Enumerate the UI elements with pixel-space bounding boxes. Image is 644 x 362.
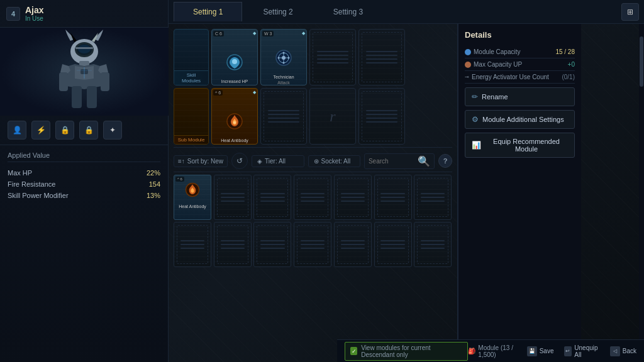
char-header: 4 Ajax In Use [0, 0, 168, 28]
bottom-bar: ✓ View modules for current Descendant on… [337, 339, 644, 362]
stat-value-maxhp: 22% [147, 169, 160, 177]
avail-empty-10[interactable] [294, 222, 331, 267]
char-level: 4 [6, 7, 20, 21]
unequip-all-button[interactable]: ↩ Unequip All [564, 344, 600, 358]
details-title: Details [465, 30, 575, 40]
module-name-heat: Heat Antibody [219, 137, 250, 144]
bottom-left: ✓ View modules for current Descendant on… [345, 342, 468, 361]
module-additional-settings-button[interactable]: ⚙ Module Additional Settings [465, 110, 575, 129]
svg-rect-10 [87, 86, 97, 108]
avail-empty-13[interactable] [414, 222, 452, 267]
action-icons: 👤 ⚡ 🔒 🔒 ✦ [0, 116, 168, 145]
avail-empty-7[interactable] [174, 222, 211, 267]
equip-recommended-button[interactable]: 📊 Equip Recommended Module [465, 133, 575, 158]
detail-row-maxcap: Max Capacity UP +0 [465, 58, 575, 71]
avail-empty-5[interactable] [374, 175, 412, 220]
avail-module-heat[interactable]: ^ 6 Heat Antibody [174, 175, 211, 220]
view-descendants-checkbox[interactable]: ✓ View modules for current Descendant on… [345, 342, 468, 361]
ability-icon[interactable]: ⚡ [31, 121, 50, 140]
module-area: Skill Modules C 6 ◆ [169, 24, 644, 362]
module-slot-technician[interactable]: W 3 ◆ [260, 29, 307, 85]
settings-gear-icon: ⚙ [472, 115, 479, 124]
svg-point-21 [283, 62, 285, 64]
settings-tabs: Setting 1 Setting 2 Setting 3 ⊞ [169, 0, 644, 24]
back-button[interactable]: ◁ Back [610, 346, 636, 356]
tab-grid-btn[interactable]: ⊞ [621, 3, 639, 21]
avail-empty-12[interactable] [374, 222, 412, 267]
avail-empty-1[interactable] [214, 175, 252, 220]
module-slot-empty-1[interactable] [309, 29, 356, 85]
avail-empty-9[interactable] [253, 222, 291, 267]
module-icon-hp [225, 47, 245, 78]
avail-empty-11[interactable] [334, 222, 372, 267]
special-icon[interactable]: ✦ [103, 121, 122, 140]
svg-rect-5 [79, 61, 89, 66]
tier-filter[interactable]: ◈ Tier: All [252, 155, 304, 167]
svg-rect-9 [72, 86, 82, 108]
capacity-badge-hp: ◆ [253, 31, 256, 36]
socket-icon: ⊛ [314, 158, 319, 165]
module-bag-icon: 🎒 [468, 348, 475, 354]
avail-empty-8[interactable] [214, 222, 252, 267]
char-portrait [0, 28, 169, 116]
char-name: Ajax [25, 5, 44, 15]
module-slot-empty-3[interactable] [260, 88, 307, 145]
avail-empty-2[interactable] [253, 175, 291, 220]
bottom-right: 🎒 Module (13 / 1,500) 💾 Save ↩ Unequip A… [468, 344, 636, 358]
save-icon: 💾 [527, 346, 537, 356]
svg-point-13 [227, 55, 242, 70]
stat-name-skill: Skill Power Modifier [8, 192, 69, 199]
module-slot-increased-hp[interactable]: C 6 ◆ Increased HP [211, 29, 258, 85]
module-name-hp: Increased HP [220, 78, 249, 85]
svg-point-23 [288, 57, 290, 59]
svg-point-19 [282, 56, 286, 60]
unequip-icon: ↩ [564, 346, 572, 356]
stat-row-skill: Skill Power Modifier 13% [8, 190, 160, 201]
stat-name-maxhp: Max HP [8, 169, 32, 177]
sub-module-label-slot: Sub Module [174, 88, 209, 145]
module-subtype-tech: Attack [277, 80, 289, 85]
module-capacity-value: 15 / 28 [555, 48, 575, 55]
sort-icon: ≡↑ [178, 158, 185, 165]
lock-icon-2[interactable]: 🔒 [79, 121, 98, 140]
skill-modules-label: Skill Modules [174, 70, 208, 85]
module-slot-empty-2[interactable] [358, 29, 405, 85]
module-slot-empty-4[interactable] [358, 88, 405, 145]
socket-filter[interactable]: ⊛ Socket: All [308, 155, 360, 167]
skin-icon[interactable]: 👤 [8, 121, 26, 140]
rename-button[interactable]: ✏ Rename [465, 87, 575, 106]
tab-setting3[interactable]: Setting 3 [314, 2, 382, 21]
search-input[interactable] [369, 158, 418, 165]
avail-empty-6[interactable] [414, 175, 452, 220]
scroll-area[interactable] [639, 24, 644, 339]
module-slot-heat[interactable]: ^ 6 ◆ [211, 88, 258, 145]
tab-setting2[interactable]: Setting 2 [243, 2, 312, 21]
search-icon: 🔍 [418, 155, 430, 167]
scroll-thumb [640, 36, 643, 87]
max-capacity-value: +0 [568, 61, 575, 68]
sort-button[interactable]: ≡↑ Sort by: New [174, 155, 228, 167]
sort-label: Sort by: New [187, 158, 223, 165]
stat-value-fire: 154 [149, 180, 160, 188]
help-button[interactable]: ? [438, 154, 452, 168]
stat-row-fire: Fire Resistance 154 [8, 178, 160, 190]
module-count: 🎒 Module (13 / 1,500) [468, 344, 516, 358]
lock-icon-1[interactable]: 🔒 [55, 121, 74, 140]
avail-name-heat: Heat Antibody [174, 204, 211, 209]
module-capacity-label: Module Capacity [465, 48, 520, 55]
module-slot-special[interactable]: r [309, 88, 356, 145]
capacity-dot-icon [465, 49, 471, 55]
avail-tier-heat: ^ 6 [175, 177, 184, 182]
capacity-badge-tech: ◆ [302, 31, 305, 36]
avail-empty-3[interactable] [294, 175, 331, 220]
filter-bar: ≡↑ Sort by: New ↺ ◈ Tier: All ⊛ Socket: … [174, 150, 452, 172]
applied-value-title: Applied Value [8, 151, 160, 162]
svg-point-24 [227, 114, 242, 129]
tab-setting1[interactable]: Setting 1 [174, 2, 242, 21]
refresh-button[interactable]: ↺ [231, 153, 248, 169]
max-capacity-label: Max Capacity UP [465, 61, 522, 68]
back-icon: ◁ [610, 346, 620, 356]
avail-empty-4[interactable] [334, 175, 372, 220]
socket-label: Socket: All [321, 158, 351, 165]
save-button[interactable]: 💾 Save [527, 346, 554, 356]
